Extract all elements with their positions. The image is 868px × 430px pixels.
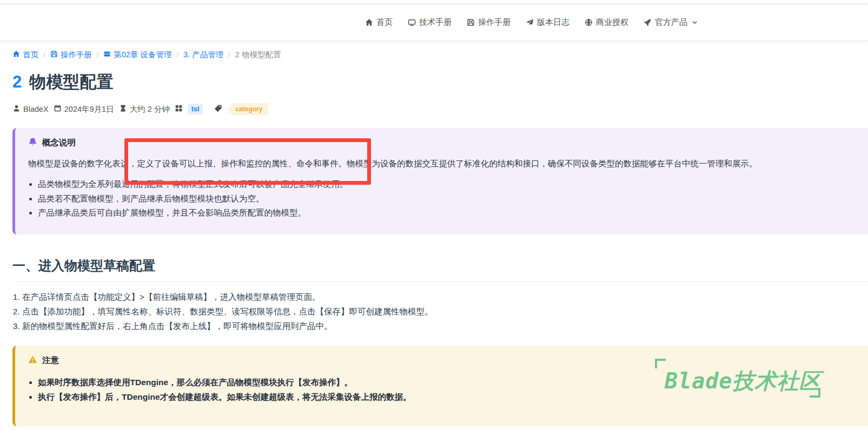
nav-item-tech-manual[interactable]: 技术手册: [408, 17, 452, 28]
breadcrumb-item-current: 2 物模型配置: [235, 50, 281, 60]
watermark-corner-top-left: [655, 359, 666, 368]
grid-icon: [175, 104, 183, 114]
paper-plane-icon: [526, 18, 534, 26]
concept-box-title-row: 概念说明: [28, 137, 855, 149]
meta-tag: [214, 104, 222, 114]
nav-item-products-dropdown[interactable]: 官方产品: [644, 17, 698, 28]
meta-date: 2024年9月1日: [54, 104, 114, 115]
watermark-text: Blade技术社区: [665, 366, 821, 396]
warning-note-box: 注意 如果时序数据库选择使用TDengine，那么必须在产品物模型模块执行【发布…: [12, 346, 868, 426]
bell-icon: [28, 137, 37, 149]
page-title: 2物模型配置: [12, 71, 868, 93]
watermark-corner-bottom-right: [810, 388, 820, 398]
article-meta: BladeX 2024年9月1日 大约 2 分钟 tsl category: [12, 103, 868, 115]
page-title-text: 物模型配置: [29, 72, 113, 91]
breadcrumb-separator: /: [97, 51, 99, 59]
concept-box-title: 概念说明: [42, 137, 76, 149]
rocket-icon: [644, 18, 652, 26]
breadcrumb-item-chapter[interactable]: 第02章 设备管理: [103, 50, 171, 60]
meta-author-label: BladeX: [23, 105, 49, 113]
meta-reading-time-label: 大约 2 分钟: [130, 104, 170, 115]
save-icon: [50, 50, 58, 59]
hourglass-icon: [119, 104, 127, 114]
chevron-down-icon: [691, 19, 698, 25]
globe-icon: [585, 18, 593, 26]
concept-paragraph: 物模型是设备的数字化表达，定义了设备可以上报、操作和监控的属性、命令和事件。物模…: [28, 157, 855, 170]
section-heading: 一、进入物模型草稿配置: [12, 257, 868, 282]
tag-badge-category[interactable]: category: [227, 103, 268, 115]
tag-icon: [214, 104, 222, 114]
concept-hint-box: 概念说明 物模型是设备的数字化表达，定义了设备可以上报、操作和监控的属性、命令和…: [12, 128, 868, 234]
navbar: 首页 技术手册 操作手册 版本日志 商业授权 官方产品: [0, 4, 868, 41]
stack-icon: [103, 50, 111, 59]
nav-item-home[interactable]: 首页: [365, 17, 393, 28]
breadcrumb-separator: /: [228, 51, 230, 59]
breadcrumb-label: 第02章 设备管理: [114, 50, 171, 60]
list-item: 品类若不配置物模型，则产品继承后物模型模块也默认为空。: [38, 192, 855, 206]
nav-item-license[interactable]: 商业授权: [585, 17, 628, 28]
step-item: 在产品详情页点击【功能定义】>【前往编辑草稿】，进入物模型草稿管理页面。: [22, 290, 868, 304]
home-icon: [365, 18, 373, 26]
page-content: 首页 / 操作手册 / 第02章 设备管理 / 3. 产品管理 / 2 物模型配…: [0, 49, 868, 426]
warning-icon: [28, 355, 37, 366]
list-item: 品类物模型为全系列最通用的配置，将物模型正式发布后可以被产品完全继承使用。: [38, 177, 855, 192]
home-icon: [12, 50, 20, 59]
category-badge-tsl[interactable]: tsl: [188, 104, 203, 115]
breadcrumb-separator: /: [176, 51, 178, 59]
breadcrumb-item-home[interactable]: 首页: [12, 50, 38, 60]
concept-bullet-list: 品类物模型为全系列最通用的配置，将物模型正式发布后可以被产品完全继承使用。 品类…: [28, 177, 855, 220]
list-item: 产品继承品类后可自由扩展物模型，并且不会影响品类所配置的物模型。: [38, 206, 855, 220]
step-item: 新的物模型属性配置好后，右上角点击【发布上线】，即可将物模型应用到产品中。: [22, 319, 868, 333]
breadcrumb-label: 3. 产品管理: [183, 50, 223, 60]
breadcrumb-item-ops-manual[interactable]: 操作手册: [50, 50, 92, 60]
note-box-title: 注意: [42, 355, 59, 366]
nav-item-label: 版本日志: [537, 17, 569, 28]
breadcrumb-label: 操作手册: [61, 50, 92, 60]
save-icon: [467, 18, 475, 26]
community-watermark: Blade技术社区: [655, 354, 817, 393]
nav-item-label: 官方产品: [655, 17, 687, 28]
nav-links: 首页 技术手册 操作手册 版本日志 商业授权 官方产品: [365, 4, 698, 40]
nav-item-label: 技术手册: [419, 17, 452, 28]
person-icon: [12, 104, 21, 114]
top-divider: [0, 0, 868, 4]
meta-author: BladeX: [12, 104, 49, 114]
nav-item-ops-manual[interactable]: 操作手册: [467, 17, 511, 28]
meta-reading-time: 大约 2 分钟: [119, 104, 170, 115]
steps-list: 在产品详情页点击【功能定义】>【前往编辑草稿】，进入物模型草稿管理页面。 点击【…: [12, 290, 868, 334]
calendar-icon: [54, 104, 62, 114]
breadcrumb-label: 首页: [23, 50, 38, 60]
nav-item-label: 操作手册: [478, 17, 511, 28]
monitor-icon: [408, 18, 416, 26]
nav-item-changelog[interactable]: 版本日志: [526, 17, 569, 28]
step-item: 点击【添加功能】，填写属性名称、标识符、数据类型、读写权限等信息，点击【保存】即…: [22, 304, 868, 319]
meta-date-label: 2024年9月1日: [64, 104, 114, 115]
page-title-number: 2: [12, 72, 22, 91]
nav-item-label: 商业授权: [596, 17, 628, 28]
breadcrumb-item-product-mgmt[interactable]: 3. 产品管理: [183, 50, 223, 60]
nav-item-label: 首页: [376, 17, 393, 28]
breadcrumb: 首页 / 操作手册 / 第02章 设备管理 / 3. 产品管理 / 2 物模型配…: [12, 49, 868, 60]
meta-category: [175, 104, 183, 114]
breadcrumb-label: 2 物模型配置: [235, 50, 281, 60]
breadcrumb-separator: /: [43, 51, 45, 59]
